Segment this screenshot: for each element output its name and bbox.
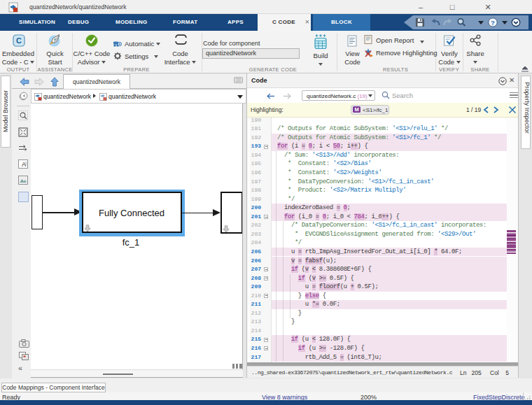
svg-text:A: A [22,161,26,168]
svg-text:C: C [16,36,22,45]
svg-text:?: ? [491,19,495,27]
